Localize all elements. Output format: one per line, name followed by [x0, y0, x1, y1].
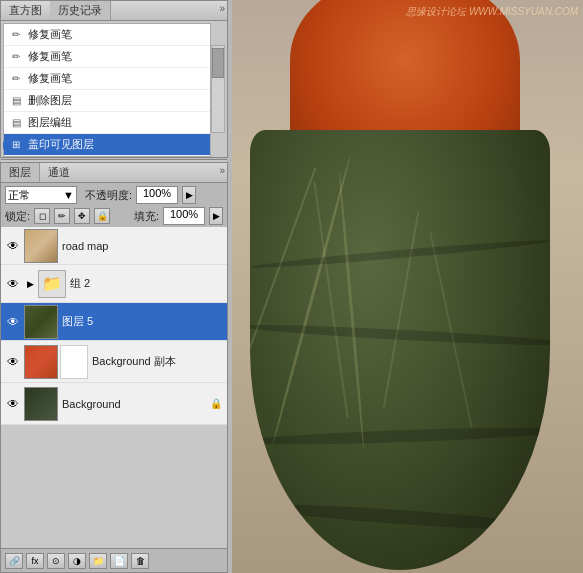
layer-thumbnail: [24, 387, 58, 421]
layers-controls: 正常 ▼ 不透明度: 100% ▶ 锁定: ◻ ✏ ✥ 🔒 填充: 100% ▶: [1, 183, 227, 229]
layer-expand-icon[interactable]: ▶: [24, 278, 36, 290]
layer-thumbnail: [24, 229, 58, 263]
brush-icon: [8, 49, 24, 65]
layer-thumbnail: [24, 345, 58, 379]
fill-label: 填充:: [134, 209, 159, 224]
fill-input[interactable]: 100%: [163, 207, 205, 225]
layer-visibility-toggle[interactable]: 👁: [5, 396, 21, 412]
brush-icon: [8, 71, 24, 87]
list-item[interactable]: 图层编组: [4, 112, 210, 134]
history-item-label: 修复画笔: [28, 49, 72, 64]
table-row[interactable]: 👁 ▶ 📁 组 2: [1, 265, 227, 303]
history-item-label: 删除图层: [28, 93, 72, 108]
fill-stepper[interactable]: ▶: [209, 207, 223, 225]
lock-image-button[interactable]: ✏: [54, 208, 70, 224]
layers-row1: 正常 ▼ 不透明度: 100% ▶: [5, 186, 223, 204]
layer-name: road map: [62, 240, 223, 252]
table-row[interactable]: 👁 Background 副本: [1, 341, 227, 383]
list-item[interactable]: 修复画笔: [4, 24, 210, 46]
opacity-stepper[interactable]: ▶: [182, 186, 196, 204]
layer-name: Background 副本: [92, 354, 223, 369]
opacity-label: 不透明度:: [85, 188, 132, 203]
layer-icon: [8, 93, 24, 109]
table-row[interactable]: 👁 road map: [1, 227, 227, 265]
history-list: 修复画笔 修复画笔 修复画笔 删除图层 图层编组: [3, 23, 211, 157]
link-layers-button[interactable]: 🔗: [5, 553, 23, 569]
layer-visibility-toggle[interactable]: 👁: [5, 354, 21, 370]
layer-mask-button[interactable]: ⊙: [47, 553, 65, 569]
lock-label: 锁定:: [5, 209, 30, 224]
layer-name: Background: [62, 398, 209, 410]
layer-visibility-toggle[interactable]: 👁: [5, 314, 21, 330]
layer-visibility-toggle[interactable]: 👁: [5, 238, 21, 254]
selected-arrow-icon: ▶: [3, 139, 11, 150]
tab-layers[interactable]: 图层: [1, 163, 40, 182]
layer-name: 图层 5: [62, 314, 223, 329]
table-row[interactable]: 👁 图层 5: [1, 303, 227, 341]
lock-all-button[interactable]: 🔒: [94, 208, 110, 224]
tab-channels[interactable]: 通道: [40, 163, 78, 182]
history-item-label: 图层编组: [28, 115, 72, 130]
opacity-input[interactable]: 100%: [136, 186, 178, 204]
blend-mode-value: 正常: [8, 188, 30, 203]
blend-mode-chevron: ▼: [63, 189, 74, 201]
history-scrollbar[interactable]: [211, 45, 225, 133]
history-item-label: 盖印可见图层: [28, 137, 94, 152]
photo-canvas: 思缘设计论坛 WWW.MISSYUAN.COM: [230, 0, 583, 573]
layer-list-container: 👁 road map 👁 ▶ 📁 组 2 👁 图层 5: [1, 227, 227, 548]
list-item[interactable]: 修复画笔: [4, 68, 210, 90]
watermark: 思缘设计论坛 WWW.MISSYUAN.COM: [406, 5, 578, 19]
tab-histogram[interactable]: 直方图: [1, 1, 50, 20]
left-panels-container: 直方图 历史记录 » 修复画笔 修复画笔 修复画笔: [0, 0, 232, 573]
layer-icon: [8, 115, 24, 131]
layer-styles-button[interactable]: fx: [26, 553, 44, 569]
tab-history[interactable]: 历史记录: [50, 1, 111, 20]
skirt-shape: [250, 130, 550, 570]
brush-icon: [8, 27, 24, 43]
blend-mode-select[interactable]: 正常 ▼: [5, 186, 77, 204]
layer-name: 组 2: [70, 276, 223, 291]
lock-transparent-button[interactable]: ◻: [34, 208, 50, 224]
panel-collapse-icon2[interactable]: »: [219, 165, 225, 176]
history-item-label: 修复画笔: [28, 27, 72, 42]
layer-mask-thumbnail: [60, 345, 88, 379]
group-folder-icon: 📁: [38, 270, 66, 298]
list-item[interactable]: 删除图层: [4, 90, 210, 112]
layer-thumbnail: [24, 305, 58, 339]
layers-row2: 锁定: ◻ ✏ ✥ 🔒 填充: 100% ▶: [5, 207, 223, 225]
new-layer-button[interactable]: 📄: [110, 553, 128, 569]
layer-lock-icon: 🔒: [209, 397, 223, 411]
layers-toolbar: 🔗 fx ⊙ ◑ 📁 📄 🗑: [1, 548, 227, 572]
list-item[interactable]: 修复画笔: [4, 46, 210, 68]
history-panel: 直方图 历史记录 » 修复画笔 修复画笔 修复画笔: [0, 0, 228, 158]
layers-panel: 图层 通道 » 正常 ▼ 不透明度: 100% ▶ 锁定: ◻ ✏ ✥ 🔒 填充…: [0, 162, 228, 573]
group-layers-button[interactable]: 📁: [89, 553, 107, 569]
delete-layer-button[interactable]: 🗑: [131, 553, 149, 569]
layers-panel-header: 图层 通道 »: [1, 163, 227, 183]
list-item[interactable]: ▶ 盖印可见图层: [4, 134, 210, 156]
history-panel-header: 直方图 历史记录 »: [1, 1, 227, 21]
panel-collapse-icon[interactable]: »: [219, 3, 225, 14]
layer-visibility-toggle[interactable]: 👁: [5, 276, 21, 292]
adjustment-layer-button[interactable]: ◑: [68, 553, 86, 569]
lock-position-button[interactable]: ✥: [74, 208, 90, 224]
scrollbar-thumb[interactable]: [212, 48, 224, 78]
history-item-label: 修复画笔: [28, 71, 72, 86]
table-row[interactable]: 👁 Background 🔒: [1, 383, 227, 425]
